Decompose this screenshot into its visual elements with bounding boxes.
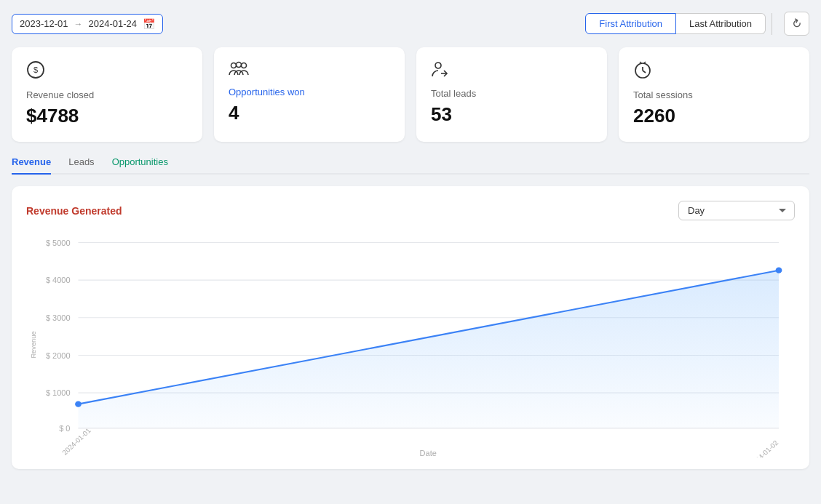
page-header: 2023-12-01 → 2024-01-24 📅 First Attribut… bbox=[12, 12, 809, 36]
refresh-button[interactable]: ↻ bbox=[784, 12, 809, 36]
svg-text:Revenue: Revenue bbox=[29, 331, 37, 358]
svg-point-28 bbox=[776, 268, 782, 273]
revenue-chart: $ 5000 $ 4000 $ 3000 $ 2000 $ 1000 $ 0 R… bbox=[26, 232, 795, 457]
opportunities-value: 4 bbox=[229, 102, 390, 124]
chart-panel: Revenue Generated Day Week Month $ 5000 … bbox=[12, 186, 809, 469]
svg-text:$ 2000: $ 2000 bbox=[46, 351, 71, 360]
svg-point-4 bbox=[242, 63, 247, 68]
svg-text:$ 5000: $ 5000 bbox=[46, 239, 71, 247]
clock-icon bbox=[633, 60, 795, 82]
chart-title: Revenue Generated bbox=[26, 205, 122, 217]
tab-leads[interactable]: Leads bbox=[68, 156, 94, 175]
date-end: 2024-01-24 bbox=[89, 18, 138, 29]
attribution-controls: First Attribution Last Attribution ↻ bbox=[585, 12, 809, 36]
leads-label: Total leads bbox=[431, 88, 592, 99]
svg-text:2024-01-02: 2024-01-02 bbox=[748, 439, 780, 457]
svg-text:$ 0: $ 0 bbox=[59, 424, 70, 433]
calendar-icon: 📅 bbox=[143, 18, 155, 30]
divider bbox=[772, 13, 772, 35]
chart-container: $ 5000 $ 4000 $ 3000 $ 2000 $ 1000 $ 0 R… bbox=[26, 232, 795, 457]
date-range-picker[interactable]: 2023-12-01 → 2024-01-24 📅 bbox=[12, 14, 163, 34]
tab-revenue[interactable]: Revenue bbox=[12, 156, 51, 175]
svg-text:$: $ bbox=[33, 65, 38, 74]
main-tabs: Revenue Leads Opportunities bbox=[12, 156, 809, 175]
lead-icon bbox=[431, 60, 592, 81]
svg-marker-25 bbox=[79, 271, 780, 428]
opportunities-label: Opportunities won bbox=[229, 87, 390, 97]
kpi-card-sessions: Total sessions 2260 bbox=[619, 47, 809, 142]
svg-text:Date: Date bbox=[420, 449, 437, 457]
dollar-circle-icon: $ bbox=[26, 60, 188, 82]
svg-text:$ 3000: $ 3000 bbox=[46, 313, 71, 322]
svg-point-3 bbox=[237, 63, 242, 68]
tab-opportunities[interactable]: Opportunities bbox=[112, 156, 168, 175]
kpi-card-leads: Total leads 53 bbox=[416, 47, 607, 142]
refresh-icon: ↻ bbox=[789, 15, 804, 32]
kpi-card-opportunities: Opportunities won 4 bbox=[214, 47, 405, 142]
sessions-label: Total sessions bbox=[633, 89, 795, 100]
svg-point-2 bbox=[231, 63, 237, 68]
svg-point-27 bbox=[75, 401, 82, 407]
people-icon bbox=[229, 60, 390, 79]
kpi-cards-row: $ Revenue closed $4788 Opportunities won… bbox=[12, 47, 809, 142]
sessions-value: 2260 bbox=[633, 105, 795, 127]
period-selector[interactable]: Day Week Month bbox=[678, 201, 795, 220]
svg-text:$ 4000: $ 4000 bbox=[46, 276, 71, 285]
kpi-card-revenue: $ Revenue closed $4788 bbox=[12, 47, 202, 142]
first-attribution-button[interactable]: First Attribution bbox=[585, 13, 676, 34]
revenue-value: $4788 bbox=[26, 105, 188, 127]
svg-line-9 bbox=[643, 71, 646, 73]
svg-point-5 bbox=[435, 63, 441, 68]
chart-header: Revenue Generated Day Week Month bbox=[26, 201, 795, 220]
date-start: 2023-12-01 bbox=[20, 18, 68, 29]
svg-text:$ 1000: $ 1000 bbox=[46, 389, 71, 398]
last-attribution-button[interactable]: Last Attribution bbox=[676, 13, 766, 34]
arrow-icon: → bbox=[74, 19, 83, 29]
revenue-label: Revenue closed bbox=[26, 89, 188, 100]
leads-value: 53 bbox=[431, 103, 592, 126]
attribution-group: First Attribution Last Attribution bbox=[585, 13, 766, 34]
